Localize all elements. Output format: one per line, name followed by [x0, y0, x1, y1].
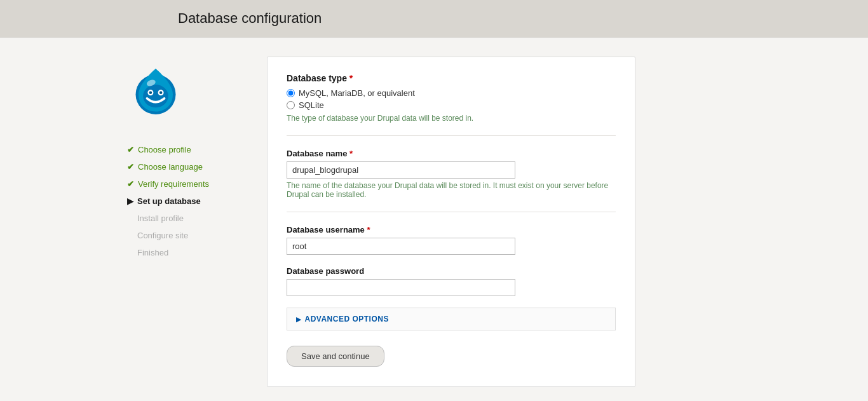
checkmark-icon-3: ✔	[127, 179, 134, 189]
nav-item-choose-language[interactable]: ✔ Choose language	[127, 158, 267, 175]
db-username-group: Database username *	[287, 225, 616, 255]
drupal-logo	[127, 63, 267, 122]
nav-item-configure-site: Configure site	[127, 227, 267, 244]
db-name-group: Database name * The name of the database…	[287, 149, 616, 199]
nav-item-install-profile: Install profile	[127, 210, 267, 227]
db-password-label: Database password	[287, 266, 616, 276]
advanced-options-label[interactable]: ▶ ADVANCED OPTIONS	[296, 315, 606, 323]
nav-label-install-profile: Install profile	[127, 214, 184, 223]
db-password-input[interactable]	[287, 279, 515, 296]
radio-mysql[interactable]	[287, 89, 295, 97]
divider-1	[287, 135, 616, 136]
required-star-username: *	[367, 225, 370, 234]
sidebar: ✔ Choose profile ✔ Choose language ✔ Ver…	[127, 57, 267, 387]
active-arrow-icon: ▶	[127, 196, 133, 206]
page-title: Database configuration	[178, 10, 868, 27]
db-type-radio-group: MySQL, MariaDB, or equivalent SQLite	[287, 88, 616, 110]
radio-sqlite-label[interactable]: SQLite	[287, 100, 616, 110]
radio-mysql-text: MySQL, MariaDB, or equivalent	[299, 88, 415, 98]
required-star-name: *	[349, 149, 353, 158]
divider-2	[287, 212, 616, 212]
svg-point-1	[143, 85, 168, 107]
nav-label-configure-site: Configure site	[127, 231, 188, 240]
radio-mysql-label[interactable]: MySQL, MariaDB, or equivalent	[287, 88, 616, 98]
db-password-group: Database password	[287, 266, 616, 296]
svg-point-4	[149, 92, 153, 95]
svg-point-5	[159, 92, 163, 95]
nav-link-verify-requirements[interactable]: Verify requirements	[138, 179, 209, 189]
db-type-hint: The type of database your Drupal data wi…	[287, 114, 616, 123]
required-star-type: *	[349, 73, 353, 83]
db-username-label: Database username *	[287, 225, 616, 234]
db-name-hint: The name of the database your Drupal dat…	[287, 181, 616, 199]
nav-item-finished: Finished	[127, 244, 267, 261]
db-name-label: Database name *	[287, 149, 616, 158]
radio-sqlite[interactable]	[287, 101, 295, 109]
form-actions: Save and continue	[287, 343, 616, 367]
save-continue-button[interactable]: Save and continue	[287, 346, 384, 367]
nav-item-choose-profile[interactable]: ✔ Choose profile	[127, 141, 267, 158]
navigation-list: ✔ Choose profile ✔ Choose language ✔ Ver…	[127, 141, 267, 261]
advanced-options-section[interactable]: ▶ ADVANCED OPTIONS	[287, 308, 616, 330]
checkmark-icon-2: ✔	[127, 162, 134, 172]
nav-link-choose-profile[interactable]: Choose profile	[138, 145, 191, 154]
checkmark-icon: ✔	[127, 145, 134, 154]
advanced-arrow-icon: ▶	[296, 316, 302, 323]
db-name-input[interactable]	[287, 161, 515, 179]
nav-link-choose-language[interactable]: Choose language	[138, 162, 203, 172]
nav-label-set-up-database: Set up database	[137, 196, 201, 206]
nav-label-finished: Finished	[127, 248, 168, 257]
database-config-form: Database type * MySQL, MariaDB, or equiv…	[267, 57, 635, 387]
nav-item-set-up-database: ▶ Set up database	[127, 193, 267, 210]
db-type-group: Database type * MySQL, MariaDB, or equiv…	[287, 73, 616, 123]
radio-sqlite-text: SQLite	[299, 100, 324, 110]
db-type-label: Database type *	[287, 73, 616, 83]
nav-item-verify-requirements[interactable]: ✔ Verify requirements	[127, 175, 267, 193]
db-username-input[interactable]	[287, 238, 515, 255]
